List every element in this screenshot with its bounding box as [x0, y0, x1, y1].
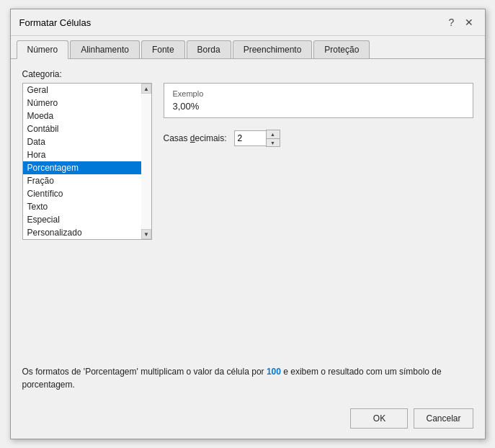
category-list: GeralNúmeroMoedaContábilDataHoraPorcenta…	[23, 84, 151, 239]
decimal-label: Casas decimais:	[164, 133, 227, 143]
right-panel: Exemplo 3,00% Casas decimais: ▲ ▼	[164, 83, 473, 240]
category-item-numero[interactable]: Número	[23, 97, 151, 109]
category-item-moeda[interactable]: Moeda	[23, 109, 151, 122]
main-row: GeralNúmeroMoedaContábilDataHoraPorcenta…	[22, 83, 473, 240]
category-item-hora[interactable]: Hora	[23, 148, 151, 161]
category-item-cientifico[interactable]: Científico	[23, 187, 151, 200]
tab-borda[interactable]: Borda	[187, 40, 231, 58]
tab-protecao[interactable]: Proteção	[313, 40, 370, 58]
tab-bar: Número Alinhamento Fonte Borda Preenchim…	[11, 36, 485, 59]
description-highlight: 100	[267, 367, 281, 377]
spin-down-button[interactable]: ▼	[267, 138, 280, 146]
tab-preenchimento[interactable]: Preenchimento	[233, 40, 313, 58]
tab-fonte[interactable]: Fonte	[141, 40, 185, 58]
footer: OK Cancelar	[11, 401, 485, 439]
category-item-porcentagem[interactable]: Porcentagem	[23, 161, 151, 174]
format-cells-dialog: Formatar Células ? ✕ Número Alinhamento …	[10, 9, 486, 439]
title-bar: Formatar Células ? ✕	[11, 9, 485, 36]
example-section: Exemplo 3,00%	[164, 83, 473, 118]
example-value: 3,00%	[173, 101, 464, 112]
middle-spacer	[22, 240, 473, 359]
decimal-input[interactable]	[234, 130, 266, 146]
decimal-row: Casas decimais: ▲ ▼	[164, 130, 473, 147]
description-text: Os formatos de 'Porcentagem' multiplicam…	[22, 365, 473, 391]
category-item-contabil[interactable]: Contábil	[23, 122, 151, 135]
description-prefix: Os formatos de 'Porcentagem' multiplicam…	[22, 367, 267, 377]
category-item-texto[interactable]: Texto	[23, 200, 151, 213]
category-item-especial[interactable]: Especial	[23, 213, 151, 226]
category-item-geral[interactable]: Geral	[23, 84, 151, 97]
decimal-spinner: ▲ ▼	[234, 130, 280, 147]
spin-up-button[interactable]: ▲	[267, 130, 280, 138]
tab-alinhamento[interactable]: Alinhamento	[70, 40, 140, 58]
scroll-up-arrow[interactable]: ▲	[141, 84, 151, 94]
category-item-fracao[interactable]: Fração	[23, 174, 151, 187]
category-item-personalizado[interactable]: Personalizado	[23, 226, 151, 239]
main-content: Categoria: GeralNúmeroMoedaContábilDataH…	[11, 59, 485, 401]
category-label: Categoria:	[22, 69, 473, 79]
scrollbar[interactable]: ▲ ▼	[141, 84, 151, 239]
close-button[interactable]: ✕	[462, 15, 476, 30]
category-item-data[interactable]: Data	[23, 135, 151, 148]
tab-numero[interactable]: Número	[17, 40, 69, 59]
help-button[interactable]: ?	[445, 15, 459, 30]
cancel-button[interactable]: Cancelar	[414, 408, 473, 429]
title-bar-controls: ? ✕	[445, 15, 476, 30]
spinner-buttons: ▲ ▼	[266, 130, 280, 147]
example-label: Exemplo	[173, 89, 464, 98]
dialog-title: Formatar Células	[19, 17, 92, 28]
scroll-down-arrow[interactable]: ▼	[141, 229, 151, 239]
scroll-track	[141, 94, 151, 229]
category-list-container: GeralNúmeroMoedaContábilDataHoraPorcenta…	[22, 83, 152, 240]
ok-button[interactable]: OK	[350, 408, 408, 429]
